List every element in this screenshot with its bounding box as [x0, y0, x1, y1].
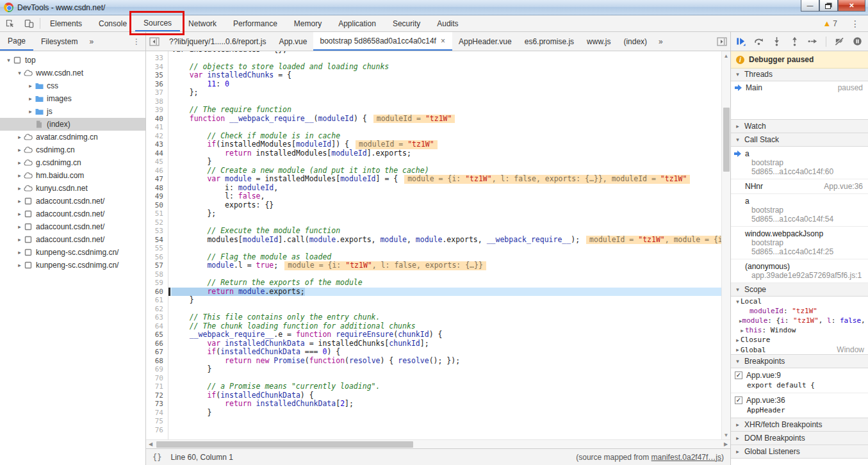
line-number[interactable]: 52 [146, 218, 168, 227]
line-number[interactable]: 33 [146, 54, 168, 63]
line-number[interactable]: 60 [146, 288, 168, 297]
scroll-right-arrow[interactable]: ▶ [721, 440, 730, 449]
line-number[interactable]: 64 [146, 322, 168, 331]
line-number[interactable]: 70 [146, 374, 168, 383]
close-tab-icon[interactable]: × [440, 37, 446, 45]
section-breakpoints[interactable]: ▾Breakpoints [731, 354, 868, 368]
line-number[interactable]: 39 [146, 106, 168, 115]
section-watch[interactable]: ▸Watch [731, 119, 868, 133]
tree-item-csdnimg-cn[interactable]: ▸csdnimg.cn [0, 143, 145, 156]
deactivate-breakpoints-button[interactable] [835, 37, 844, 46]
line-number[interactable]: 68 [146, 357, 168, 366]
line-number[interactable]: 74 [146, 409, 168, 418]
line-number[interactable]: 49 [146, 192, 168, 201]
resume-button[interactable] [736, 37, 746, 46]
chevron-down-icon[interactable]: ▾ [16, 70, 23, 76]
section-xhr-fetch-breakpoints[interactable]: ▸XHR/fetch Breakpoints [731, 418, 868, 432]
line-number[interactable]: 42 [146, 132, 168, 141]
breakpoint-item-app-vue-9[interactable]: ✓App.vue:9export default { [731, 368, 868, 393]
line-number[interactable]: 63 [146, 313, 168, 322]
tab-elements[interactable]: Elements [42, 15, 90, 31]
step-button[interactable] [808, 37, 817, 46]
scroll-down-arrow[interactable]: ▼ [724, 430, 729, 439]
line-number[interactable]: 75 [146, 417, 168, 426]
tree-item-g-csdnimg-cn[interactable]: ▸g.csdnimg.cn [0, 156, 145, 169]
chevron-right-icon[interactable]: ▸ [16, 198, 23, 204]
line-number[interactable]: 34 [146, 63, 168, 72]
call-stack-frame-anonymous[interactable]: (anonymous)app.39ade1e92a57269af5f6.js:1 [731, 259, 868, 283]
devtools-menu-button[interactable]: ⋮ [846, 19, 865, 29]
source-tab-lib-jquery-1-0-6-report-js[interactable]: ??lib/jquery/1.....0.6/report.js [163, 32, 272, 51]
line-number[interactable]: 55 [146, 244, 168, 253]
chevron-right-icon[interactable]: ▸ [16, 249, 23, 256]
chevron-right-icon[interactable]: ▸ [27, 108, 34, 115]
close-button[interactable]: ✕ [838, 0, 865, 12]
step-into-button[interactable] [772, 37, 782, 46]
tree-item-kunpeng-sc-csdnimg-cn[interactable]: ▸kunpeng-sc.csdnimg.cn/ [0, 246, 145, 259]
chevron-right-icon[interactable]: ▸ [16, 185, 23, 192]
navigator-overflow-button[interactable]: » [85, 32, 97, 51]
breakpoint-checkbox[interactable]: ✓ [735, 396, 742, 404]
tab-memory[interactable]: Memory [286, 15, 330, 31]
scope-group-closure[interactable]: ▸Closure [731, 335, 868, 345]
line-number[interactable]: 57 [146, 261, 168, 270]
line-number[interactable]: 47 [146, 175, 168, 184]
source-tab-es6-promise-js[interactable]: es6.promise.js [518, 32, 580, 51]
editor-horizontal-scrollbar[interactable]: ◀ ▶ [146, 439, 730, 448]
call-stack-frame-nhnr[interactable]: NHnrApp.vue:36 [731, 179, 868, 194]
tree-item-js[interactable]: ▸js [0, 105, 145, 118]
chevron-down-icon[interactable]: ▾ [5, 57, 12, 63]
tree-item-adaccount-csdn-net[interactable]: ▸adaccount.csdn.net/ [0, 208, 145, 220]
code-scroll-area[interactable]: var installedModules = {};3334 // object… [146, 51, 721, 439]
section-dom-breakpoints[interactable]: ▸DOM Breakpoints [731, 431, 868, 445]
tree-item-kunyu-csdn-net[interactable]: ▸kunyu.csdn.net [0, 182, 145, 195]
console-warnings-badge[interactable]: ▲ 7 [817, 19, 842, 28]
tab-security[interactable]: Security [384, 15, 429, 31]
navigator-tab-filesystem[interactable]: Filesystem [33, 32, 85, 51]
call-stack-frame-a[interactable]: abootstrap 5d865...a1cc4a0c14f:60 [731, 147, 868, 179]
chevron-right-icon[interactable]: ▸ [27, 83, 34, 89]
tab-sources[interactable]: Sources [135, 15, 180, 31]
line-number[interactable]: 38 [146, 97, 168, 106]
chevron-right-icon[interactable]: ▸ [16, 172, 23, 179]
source-tab-app-vue[interactable]: App.vue [272, 32, 313, 51]
line-number[interactable]: 51 [146, 209, 168, 218]
line-number[interactable]: 58 [146, 270, 168, 279]
tree-item-index[interactable]: (index) [0, 118, 145, 131]
chevron-right-icon[interactable]: ▸ [16, 159, 23, 166]
tree-item-adaccount-csdn-net[interactable]: ▸adaccount.csdn.net/ [0, 220, 145, 233]
chevron-right-icon[interactable]: ▸ [27, 95, 34, 102]
section-global-listeners[interactable]: ▸Global Listeners [731, 445, 868, 459]
line-number[interactable]: 59 [146, 279, 168, 288]
line-number[interactable]: 66 [146, 339, 168, 348]
chevron-right-icon[interactable]: ▸ [16, 262, 23, 268]
line-number[interactable]: 73 [146, 400, 168, 409]
line-number[interactable]: 76 [146, 426, 168, 435]
line-number[interactable]: 69 [146, 365, 168, 374]
chevron-right-icon[interactable]: ▸ [16, 224, 23, 230]
scope-property-this[interactable]: ▸this: Window [731, 325, 868, 335]
source-tabs-overflow[interactable]: » [653, 32, 668, 51]
navigator-tab-page[interactable]: Page [0, 32, 33, 51]
line-number[interactable]: 44 [146, 149, 168, 158]
chevron-right-icon[interactable]: ▸ [16, 134, 23, 140]
thread-row[interactable]: Mainpaused [731, 81, 868, 94]
line-number[interactable]: 65 [146, 330, 168, 339]
tree-item-kunpeng-sc-csdnimg-cn[interactable]: ▸kunpeng-sc.csdnimg.cn/ [0, 259, 145, 272]
vertical-scroll-thumb[interactable] [723, 108, 730, 172]
line-number[interactable]: 35 [146, 71, 168, 80]
line-number[interactable]: 54 [146, 236, 168, 245]
tab-performance[interactable]: Performance [225, 15, 286, 31]
pause-on-exceptions-button[interactable] [853, 37, 862, 46]
line-number[interactable]: 45 [146, 158, 168, 167]
source-tab-www-js[interactable]: www.js [580, 32, 617, 51]
navigator-more-button[interactable]: ⋮ [127, 32, 145, 51]
pretty-print-button[interactable]: {} [152, 453, 161, 462]
tab-audits[interactable]: Audits [429, 15, 466, 31]
tree-item-adaccount-csdn-net[interactable]: ▸adaccount.csdn.net/ [0, 195, 145, 208]
source-tab-bootstrap-5d8658ad0a1cc4a0c14f[interactable]: bootstrap 5d8658ad0a1cc4a0c14f× [313, 32, 452, 51]
line-number[interactable]: 41 [146, 123, 168, 132]
line-number[interactable]: 50 [146, 201, 168, 210]
call-stack-frame-window-webpackjsonp[interactable]: window.webpackJsonpbootstrap 5d865...a1c… [731, 227, 868, 259]
scroll-up-arrow[interactable]: ▲ [724, 51, 729, 60]
